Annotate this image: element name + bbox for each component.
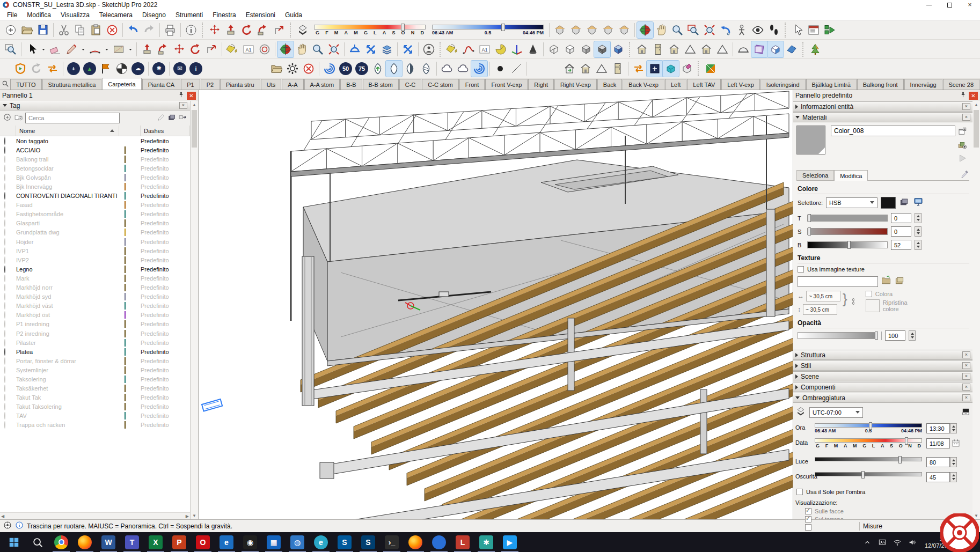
- section-close-button[interactable]: ×: [962, 362, 970, 369]
- time-value[interactable]: 13:30: [926, 423, 950, 433]
- calendar-icon[interactable]: [951, 438, 961, 450]
- tag-column-headers[interactable]: Nome Dashes: [0, 126, 190, 136]
- browse-texture-icon[interactable]: [881, 275, 891, 288]
- tag-color-swatch[interactable]: [125, 311, 126, 319]
- position-camera-tool-icon[interactable]: [734, 22, 750, 38]
- tag-color-swatch[interactable]: [125, 412, 126, 419]
- visibility-eye-icon[interactable]: [4, 256, 5, 264]
- visibility-eye-icon[interactable]: [4, 339, 5, 347]
- grid-table-app[interactable]: ▦: [262, 532, 286, 552]
- visibility-eye-icon[interactable]: [4, 302, 5, 310]
- rotate-tool-icon[interactable]: [239, 22, 255, 38]
- right-view-icon[interactable]: [714, 41, 730, 57]
- opacity-stepper[interactable]: [909, 330, 916, 341]
- visibility-eye-icon[interactable]: [4, 284, 5, 291]
- scene-tab-p2[interactable]: P2: [201, 79, 220, 90]
- tag-color-swatch[interactable]: [125, 275, 126, 282]
- media-player-app[interactable]: ▶: [498, 532, 522, 552]
- t-value[interactable]: 0: [891, 213, 911, 223]
- scale-figure-50-button-icon[interactable]: 50: [338, 61, 354, 77]
- start-button[interactable]: [2, 532, 26, 552]
- tray-image-icon[interactable]: [875, 534, 889, 550]
- eyedropper-icon[interactable]: [961, 170, 969, 180]
- geolocation-icon[interactable]: [3, 521, 12, 531]
- scrollbar-thumb[interactable]: [192, 110, 197, 148]
- scene-tab-c-c-stom[interactable]: C-C stom: [422, 79, 458, 90]
- tag-dashes[interactable]: Predefinito: [141, 229, 190, 235]
- maximize-button[interactable]: [939, 0, 960, 10]
- menu-visualizza[interactable]: Visualizza: [56, 10, 94, 20]
- section-close-button[interactable]: ×: [962, 114, 970, 121]
- match-object-color-icon[interactable]: [899, 196, 910, 209]
- network-icon[interactable]: [890, 534, 904, 550]
- offset-rings-tool-icon[interactable]: [257, 41, 273, 57]
- tag-row[interactable]: FasadPredefinito: [0, 201, 190, 210]
- scene-tab-pianta-ca[interactable]: Pianta CA: [142, 79, 181, 90]
- tag-row[interactable]: Grundplatta dwgPredefinito: [0, 228, 190, 237]
- front-view-icon[interactable]: [666, 41, 682, 57]
- scene-tab-left[interactable]: Left: [665, 79, 686, 90]
- tag-row[interactable]: Markhöjd sydPredefinito: [0, 292, 190, 301]
- secondary-pane-icon[interactable]: [957, 127, 967, 138]
- colora-checkbox[interactable]: [866, 291, 872, 297]
- b-stepper[interactable]: [915, 240, 922, 250]
- opacity-value[interactable]: 100: [885, 330, 905, 341]
- zoom-window-tool-icon[interactable]: [685, 22, 701, 38]
- trimble-connect-button-icon[interactable]: [12, 61, 28, 77]
- s-stepper[interactable]: [915, 226, 922, 237]
- scene-tab-left-v-exp[interactable]: Left V-exp: [721, 79, 760, 90]
- section-plane-tool-icon[interactable]: [552, 22, 568, 38]
- browser-e-app[interactable]: e: [215, 532, 238, 552]
- use-sun-checkbox[interactable]: [796, 489, 803, 495]
- b-slider[interactable]: [807, 241, 888, 248]
- tag-color-swatch[interactable]: [125, 238, 126, 246]
- orbit-tool-2-icon[interactable]: [277, 41, 294, 57]
- scale-tool-icon[interactable]: [203, 41, 220, 57]
- viz-checkbox-sul-terreno[interactable]: [805, 516, 811, 522]
- tag-row[interactable]: Takut TaksoleringPredefinito: [0, 402, 190, 411]
- menu-estensioni[interactable]: Estensioni: [241, 10, 280, 20]
- add-tag-button[interactable]: [3, 113, 12, 123]
- scroll-up-icon[interactable]: ▲: [191, 101, 198, 108]
- use-texture-checkbox[interactable]: [798, 266, 804, 273]
- visibility-eye-icon[interactable]: [4, 320, 5, 328]
- scene-tab-tutto[interactable]: TUTTO: [10, 79, 41, 90]
- visibility-eye-icon[interactable]: [4, 238, 5, 246]
- look-around-tool-icon[interactable]: [750, 22, 766, 38]
- menu-strumenti[interactable]: Strumenti: [171, 10, 208, 20]
- scene-tab-back[interactable]: Back: [597, 79, 622, 90]
- scene-tab-uts[interactable]: Uts: [261, 79, 282, 90]
- current-color-swatch[interactable]: [881, 197, 896, 209]
- section-struttura[interactable]: Struttura×: [793, 350, 972, 360]
- shadow-dialog-icon[interactable]: [961, 407, 970, 418]
- section-ombreggiatura[interactable]: Ombreggiatura×: [793, 393, 972, 403]
- scene-tab-balkong-front[interactable]: Balkong front: [857, 79, 904, 90]
- tag-dashes[interactable]: Predefinito: [141, 349, 190, 355]
- badge-tree-button-icon[interactable]: ▲: [82, 61, 98, 77]
- pin-icon[interactable]: [178, 91, 185, 100]
- name-column-header[interactable]: Nome: [16, 126, 119, 136]
- visibility-eye-icon[interactable]: [4, 247, 5, 255]
- light-slider[interactable]: [815, 457, 922, 467]
- add-tag-folder-button[interactable]: [13, 113, 24, 123]
- scene-tab-a-a-stom[interactable]: A-A stom: [304, 79, 340, 90]
- material-preview[interactable]: [796, 126, 825, 154]
- close-red-button-icon[interactable]: [301, 61, 317, 77]
- tag-dashes[interactable]: Predefinito: [141, 138, 190, 144]
- default-tray-toggle-icon[interactable]: [806, 22, 822, 38]
- shaded-style-icon[interactable]: [578, 41, 594, 57]
- walk-tool-icon[interactable]: [766, 22, 782, 38]
- tag-row[interactable]: MarkPredefinito: [0, 274, 190, 283]
- tag-dashes[interactable]: Predefinito: [141, 174, 190, 181]
- visibility-eye-icon[interactable]: [4, 348, 5, 356]
- stack-layers-tool-icon[interactable]: [379, 41, 395, 57]
- tag-dashes[interactable]: Predefinito: [141, 156, 190, 163]
- tag-color-swatch[interactable]: [125, 302, 126, 310]
- open-button-icon[interactable]: [19, 22, 35, 38]
- tag-row[interactable]: ACCIAIOPredefinito: [0, 145, 190, 154]
- tag-dashes[interactable]: Predefinito: [141, 385, 190, 392]
- arc-tool-icon[interactable]: [87, 41, 103, 57]
- time-stepper[interactable]: [950, 423, 957, 433]
- scene-tab-scene-28[interactable]: Scene 28: [943, 79, 979, 90]
- flag-button-icon[interactable]: [98, 61, 114, 77]
